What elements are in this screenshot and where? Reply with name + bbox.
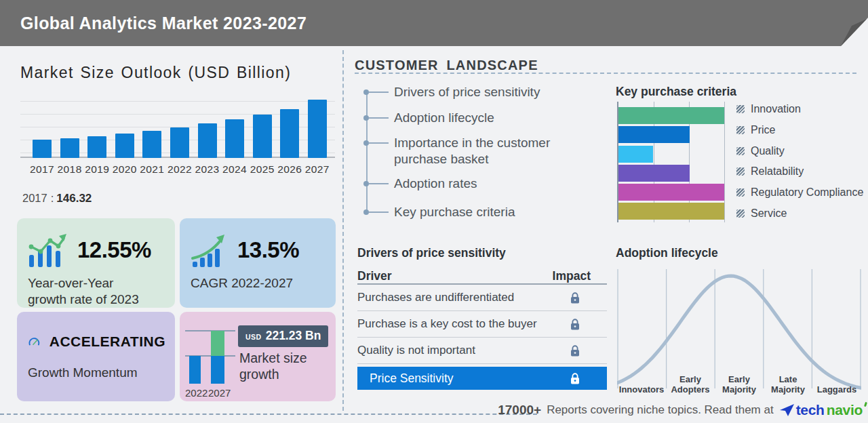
driver-label: Quality is not important xyxy=(357,344,475,357)
page-curl-decoration xyxy=(814,0,868,46)
footer-divider xyxy=(0,414,537,415)
legend-marker-icon xyxy=(736,147,745,155)
market-size-bar-group: 2019 xyxy=(85,136,109,176)
key-purchase-criteria-chart xyxy=(617,102,727,222)
landscape-item: Key purchase criteria xyxy=(355,204,597,220)
market-size-chart-title: Market Size Outlook (USD Billion) xyxy=(20,64,291,82)
market-size-bar-2025 xyxy=(253,115,272,158)
drivers-table-header: Driver Impact xyxy=(357,267,607,285)
stat-box-cagr: 13.5% CAGR 2022-2027 xyxy=(180,218,336,308)
market-size-bar-2027 xyxy=(308,100,327,158)
x-tick-label: 2025 xyxy=(250,158,275,176)
year-label-2022: 2022 xyxy=(185,387,208,399)
market-size-bar-2021 xyxy=(142,131,161,158)
separator: : xyxy=(51,192,54,204)
market-size-bar-group: 2020 xyxy=(113,134,137,176)
kpc-legend-item: Quality xyxy=(736,145,863,157)
list-node-dot xyxy=(363,115,369,121)
speedometer-icon xyxy=(28,327,41,357)
market-size-bar-group: 2017 xyxy=(30,140,54,176)
customer-landscape-heading: CUSTOMER LANDSCAPE xyxy=(355,58,538,73)
adoption-lifecycle-title: Adoption lifecycle xyxy=(616,246,718,260)
mini-bar-2027-increment xyxy=(211,331,224,356)
market-size-bar-group: 2026 xyxy=(277,109,302,176)
lifecycle-stage-label: Late Majority xyxy=(764,367,812,395)
logo-trademark-tick xyxy=(864,402,867,407)
incremental-growth-value: 221.23 Bn xyxy=(266,329,321,343)
mini-chart-years: 2022 2027 xyxy=(185,387,237,399)
legend-label: Quality xyxy=(751,145,785,157)
infographic-page: Global Analytics Market 2023-2027 Market… xyxy=(0,0,868,423)
kpc-bar-quality xyxy=(618,146,653,163)
market-size-bar-group: 2022 xyxy=(167,127,192,176)
market-size-bar-2024 xyxy=(225,119,244,158)
market-size-bar-2020 xyxy=(115,134,134,158)
x-tick-label: 2022 xyxy=(167,158,192,176)
legend-marker-icon xyxy=(736,188,745,197)
list-connector-line xyxy=(369,92,389,93)
logo-text-navio: navio xyxy=(827,402,863,418)
landscape-item-label: Adoption lifecycle xyxy=(394,110,597,126)
lifecycle-stage-label: Laggards xyxy=(812,367,861,395)
landscape-item: Drivers of price sensitivity xyxy=(355,84,597,100)
base-year-label: 2017 xyxy=(22,192,47,204)
legend-label: Innovation xyxy=(751,103,801,115)
lock-icon xyxy=(570,319,580,330)
market-size-bar-2022 xyxy=(170,127,189,158)
year-label-2027: 2027 xyxy=(208,387,233,399)
kpc-bar-relatability xyxy=(618,165,690,182)
key-purchase-criteria-title: Key purchase criteria xyxy=(616,85,736,99)
base-year-number: 146.32 xyxy=(56,192,92,205)
footer-text: Reports covering niche topics. Read them… xyxy=(547,403,774,417)
driver-column-header: Driver xyxy=(357,269,392,283)
kpc-bar-price xyxy=(618,126,690,143)
market-size-bar-group: 2018 xyxy=(58,138,82,176)
kpc-bar-innovation xyxy=(618,107,724,124)
momentum-value: ACCELERATING xyxy=(50,334,165,350)
market-size-bar-2018 xyxy=(60,138,79,158)
market-size-bar-2023 xyxy=(198,123,217,158)
x-tick-label: 2026 xyxy=(277,158,302,176)
legend-marker-icon xyxy=(736,126,745,134)
technavio-logo[interactable]: technavio xyxy=(779,402,863,418)
reports-count: 17000+ xyxy=(498,403,541,418)
list-connector-line xyxy=(369,142,389,144)
list-node-dot xyxy=(363,89,369,95)
x-tick-label: 2027 xyxy=(305,158,330,176)
yoy-growth-label: Year-over-Year growth rate of 2023 xyxy=(28,275,150,308)
cagr-label: CAGR 2022-2027 xyxy=(191,275,326,291)
growth-arrow-icon xyxy=(191,233,229,267)
legend-marker-icon xyxy=(736,209,745,218)
landscape-item-label: Key purchase criteria xyxy=(394,204,597,220)
market-size-bar-2017 xyxy=(33,140,52,158)
driver-row: Purchase is a key cost to the buyer xyxy=(357,311,607,338)
mini-bar-2022 xyxy=(189,356,201,384)
price-sensitivity-label: Price Sensitivity xyxy=(357,371,454,386)
stat-box-yoy: 12.55% Year-over-Year growth rate of 202… xyxy=(17,218,175,308)
x-tick-label: 2023 xyxy=(195,158,219,176)
market-size-bar-group: 2021 xyxy=(140,131,164,176)
reference-line-top xyxy=(185,330,235,331)
lifecycle-stage-label: Early Majority xyxy=(715,367,764,395)
drivers-table-title: Drivers of price sensitivity xyxy=(357,246,506,260)
kpc-legend-item: Innovation xyxy=(736,103,863,115)
list-node-dot xyxy=(363,181,369,186)
lock-icon xyxy=(570,292,580,304)
lock-icon xyxy=(570,345,580,357)
kpc-bars xyxy=(618,107,724,222)
incremental-growth-badge: USD 221.23 Bn xyxy=(238,325,328,347)
market-size-bar-group: 2023 xyxy=(195,123,219,176)
bar-trend-icon xyxy=(28,233,68,267)
market-size-growth-label: Market size growth xyxy=(239,350,319,382)
list-node-dot xyxy=(363,140,369,146)
lock-icon xyxy=(570,373,580,384)
legend-label: Price xyxy=(751,124,775,136)
landscape-item: Adoption lifecycle xyxy=(355,110,597,126)
landscape-item-label: Importance in the customer purchase bask… xyxy=(394,135,597,167)
x-tick-label: 2017 xyxy=(30,158,54,176)
market-size-bar-group: 2027 xyxy=(305,100,330,176)
logo-text-tech: tech xyxy=(796,402,825,418)
market-size-bar-group: 2025 xyxy=(250,115,275,176)
legend-marker-icon xyxy=(736,105,745,113)
price-sensitivity-row: Price Sensitivity xyxy=(357,367,607,390)
